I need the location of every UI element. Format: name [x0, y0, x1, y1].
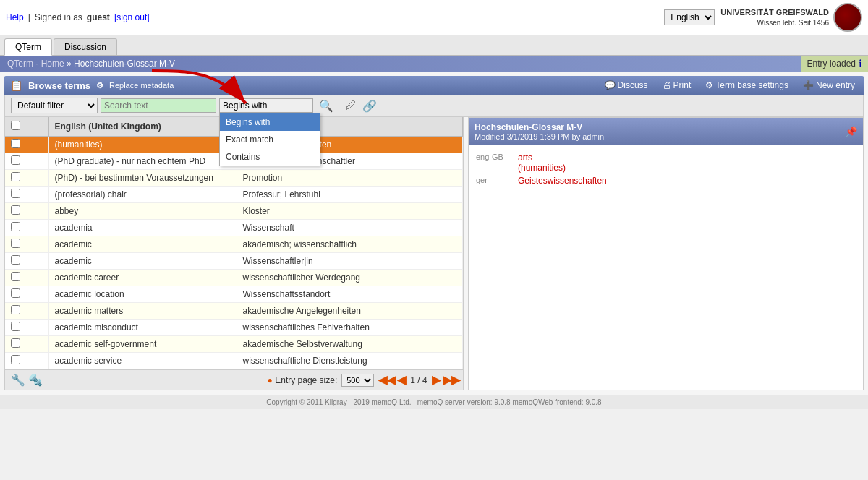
row-en-cell[interactable]: academic [48, 253, 237, 270]
row-en-cell[interactable]: academia [48, 220, 237, 236]
row-checkbox[interactable] [11, 338, 20, 348]
row-de-cell[interactable]: Wissenschaftsstandort [237, 286, 463, 303]
row-checkbox[interactable] [11, 189, 20, 198]
row-en-cell[interactable]: (humanities) [48, 137, 237, 153]
row-en-cell[interactable]: (PhD) - bei bestimmten Voraussetzungen [48, 170, 237, 187]
filter-select[interactable]: Default filter [11, 98, 98, 113]
row-en-cell[interactable]: (PhD graduate) - nur nach echtem PhD [48, 153, 237, 170]
row-de-cell[interactable]: wissenschaftliches Fehlverhalten [237, 320, 463, 336]
row-en-cell[interactable]: academic service [48, 353, 237, 369]
tab-discussion[interactable]: Discussion [54, 38, 117, 55]
row-de-cell[interactable]: Wissenschaftler|in [237, 253, 463, 270]
breadcrumb-app[interactable]: QTerm [7, 59, 33, 69]
help-link[interactable]: Help [6, 12, 24, 22]
new-entry-button[interactable]: ➕ New entry [800, 79, 858, 92]
discuss-button[interactable]: 💬 Discuss [602, 79, 651, 92]
row-num-cell [27, 137, 48, 153]
table-row[interactable]: academic akademisch; wissenschaftlich [5, 236, 463, 253]
term-base-settings-button[interactable]: ⚙ Term base settings [702, 79, 791, 92]
breadcrumb: QTerm - Home » Hochschulen-Glossar M-V [0, 56, 801, 72]
row-checkbox[interactable] [11, 288, 20, 298]
select-all-checkbox[interactable] [11, 121, 20, 130]
table-row[interactable]: academic Wissenschaftler|in [5, 253, 463, 270]
page-size-select[interactable]: 500 250 100 50 [341, 374, 374, 387]
search-button[interactable]: 🔍 [316, 99, 336, 113]
row-de-cell[interactable]: Promotion [237, 170, 463, 187]
row-checkbox[interactable] [11, 305, 20, 314]
row-checkbox[interactable] [11, 272, 20, 281]
row-checkbox[interactable] [11, 155, 20, 165]
search-mode-wrapper: Begins with Exact match Contains Begins … [219, 98, 313, 113]
row-checkbox[interactable] [11, 322, 20, 331]
dropdown-item-exact-match[interactable]: Exact match [220, 131, 320, 148]
row-checkbox-cell [5, 137, 27, 153]
footer: Copyright © 2011 Kilgray - 2019 memoQ Lt… [0, 395, 868, 409]
right-panel-pin-button[interactable]: 📌 [845, 126, 857, 137]
row-de-cell[interactable]: Kloster [237, 203, 463, 220]
separator: | [28, 12, 30, 22]
row-en-cell[interactable]: academic self-government [48, 336, 237, 353]
edit-icon-button[interactable]: 🖊 [345, 99, 357, 113]
row-num-cell [27, 336, 48, 353]
dropdown-item-begins-with[interactable]: Begins with [220, 113, 320, 131]
main-content: 📋 Browse terms ⚙ Replace metadata 💬 Disc… [0, 72, 868, 395]
term-humanities[interactable]: (humanities) [518, 163, 566, 173]
pager-last-button[interactable]: ▶▶ [443, 373, 460, 387]
term-geisteswissenschaften[interactable]: Geisteswissenschaften [518, 176, 607, 186]
row-de-cell[interactable]: akademisch; wissenschaftlich [237, 236, 463, 253]
table-row[interactable]: academic self-government akademische Sel… [5, 336, 463, 353]
language-select[interactable]: English [664, 9, 715, 25]
row-en-cell[interactable]: academic misconduct [48, 320, 237, 336]
row-checkbox[interactable] [11, 355, 20, 364]
term-table-body: (humanities) Geisteswissenschaften (PhD … [5, 137, 463, 369]
row-de-cell[interactable]: akademische Angelegenheiten [237, 303, 463, 320]
breadcrumb-status-row: QTerm - Home » Hochschulen-Glossar M-V E… [0, 56, 868, 72]
row-en-cell[interactable]: academic location [48, 286, 237, 303]
row-checkbox[interactable] [11, 255, 20, 265]
table-row[interactable]: academic matters akademische Angelegenhe… [5, 303, 463, 320]
row-checkbox-cell [5, 270, 27, 286]
row-en-cell[interactable]: academic matters [48, 303, 237, 320]
dropdown-item-contains[interactable]: Contains [220, 148, 320, 166]
table-row[interactable]: academia Wissenschaft [5, 220, 463, 236]
signout-link[interactable]: [sign out] [114, 12, 150, 22]
row-en-cell[interactable]: academic [48, 236, 237, 253]
term-arts[interactable]: arts [518, 153, 566, 163]
breadcrumb-home[interactable]: Home [41, 59, 64, 69]
tab-qterm[interactable]: QTerm [4, 38, 52, 56]
table-row[interactable]: academic service wissenschaftliche Diens… [5, 353, 463, 369]
search-mode-select[interactable]: Begins with Exact match Contains [219, 98, 313, 113]
table-row[interactable]: academic location Wissenschaftsstandort [5, 286, 463, 303]
row-checkbox[interactable] [11, 222, 20, 231]
row-de-cell[interactable]: akademische Selbstverwaltung [237, 336, 463, 353]
print-button[interactable]: 🖨 Print [660, 79, 694, 92]
row-checkbox[interactable] [11, 239, 20, 248]
add-row-icon[interactable]: 🔧 [11, 373, 25, 387]
table-row[interactable]: academic misconduct wissenschaftliches F… [5, 320, 463, 336]
row-checkbox[interactable] [11, 139, 20, 148]
search-input[interactable] [101, 98, 216, 113]
pager-first-button[interactable]: ◀◀ [378, 373, 396, 387]
row-checkbox[interactable] [11, 172, 20, 181]
row-de-cell[interactable]: Professur; Lehrstuhl [237, 187, 463, 203]
row-checkbox[interactable] [11, 205, 20, 215]
page-separator: / [417, 375, 420, 385]
pager-next-button[interactable]: ▶ [432, 373, 441, 387]
remove-row-icon[interactable]: 🔩 [28, 373, 43, 387]
link-icon-button[interactable]: 🔗 [362, 99, 377, 113]
page-info: 1 / 4 [410, 375, 427, 385]
row-de-cell[interactable]: wissenschaftliche Dienstleistung [237, 353, 463, 369]
table-row[interactable]: (professorial) chair Professur; Lehrstuh… [5, 187, 463, 203]
breadcrumb-sep1: - [35, 59, 41, 69]
row-de-cell[interactable]: wissenschaftlicher Werdegang [237, 270, 463, 286]
row-en-cell[interactable]: (professorial) chair [48, 187, 237, 203]
new-entry-icon: ➕ [803, 80, 814, 90]
row-de-cell[interactable]: Wissenschaft [237, 220, 463, 236]
pager-bar: ● Entry page size: 500 250 100 50 ◀◀ ◀ [265, 370, 463, 390]
table-row[interactable]: (PhD) - bei bestimmten Voraussetzungen P… [5, 170, 463, 187]
row-en-cell[interactable]: abbey [48, 203, 237, 220]
table-row[interactable]: academic career wissenschaftlicher Werde… [5, 270, 463, 286]
pager-prev-button[interactable]: ◀ [397, 373, 406, 387]
row-en-cell[interactable]: academic career [48, 270, 237, 286]
table-row[interactable]: abbey Kloster [5, 203, 463, 220]
